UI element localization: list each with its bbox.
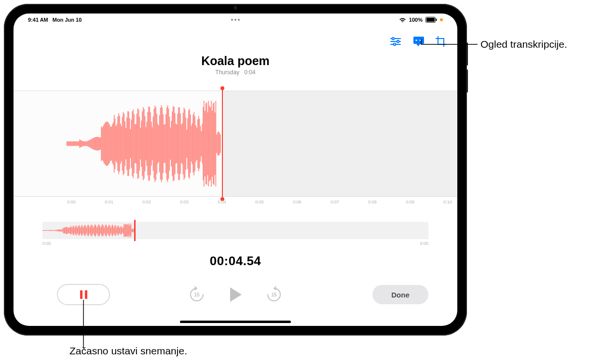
svg-rect-251 (88, 225, 89, 236)
svg-rect-166 (207, 112, 208, 175)
svg-rect-15 (70, 141, 71, 146)
svg-rect-229 (74, 226, 74, 234)
svg-rect-89 (137, 108, 138, 179)
svg-rect-275 (104, 228, 105, 233)
svg-rect-114 (160, 108, 161, 180)
svg-rect-249 (87, 226, 87, 235)
svg-rect-226 (72, 228, 72, 233)
svg-rect-242 (82, 226, 83, 235)
svg-rect-66 (117, 124, 117, 163)
svg-rect-208 (60, 229, 61, 232)
svg-rect-132 (177, 124, 177, 163)
svg-rect-210 (61, 229, 62, 231)
svg-rect-26 (80, 140, 81, 147)
svg-rect-267 (99, 224, 99, 236)
svg-rect-137 (181, 124, 181, 163)
waveform-empty-region (222, 91, 457, 196)
svg-rect-103 (150, 112, 151, 175)
tick-7: 0:07 (330, 200, 339, 204)
svg-rect-293 (116, 226, 116, 235)
skip-back-15-icon[interactable]: 15 (189, 286, 205, 303)
recording-header: Koala poem Thursday 0:04 (14, 54, 457, 76)
svg-rect-81 (130, 129, 131, 158)
svg-text:15: 15 (194, 292, 200, 297)
svg-rect-225 (71, 227, 72, 234)
svg-rect-12 (68, 141, 68, 146)
volume-up-btn (466, 42, 468, 66)
svg-rect-244 (84, 227, 84, 235)
svg-rect-154 (196, 128, 197, 160)
home-indicator[interactable] (180, 321, 291, 323)
tick-3: 0:03 (180, 200, 189, 204)
svg-rect-120 (165, 114, 166, 174)
svg-rect-311 (127, 225, 128, 236)
svg-rect-288 (112, 225, 113, 236)
svg-rect-115 (161, 105, 162, 182)
svg-rect-139 (183, 113, 183, 175)
pause-button[interactable] (57, 284, 110, 305)
waveform-main[interactable] (14, 91, 457, 197)
trim-icon[interactable] (435, 36, 447, 47)
multitask-dots[interactable] (231, 19, 240, 21)
svg-rect-291 (114, 226, 115, 235)
svg-rect-167 (208, 101, 209, 187)
svg-rect-306 (124, 225, 125, 236)
svg-rect-239 (81, 228, 81, 233)
svg-rect-42 (95, 137, 95, 150)
svg-rect-252 (89, 227, 89, 235)
svg-text:15: 15 (271, 292, 277, 297)
svg-rect-118 (164, 124, 164, 162)
svg-rect-193 (50, 230, 51, 231)
svg-rect-180 (220, 135, 220, 153)
playhead-overview[interactable] (134, 220, 136, 241)
svg-rect-27 (81, 140, 82, 147)
svg-rect-189 (48, 230, 48, 231)
svg-rect-197 (53, 230, 54, 231)
waveform-overview[interactable] (42, 222, 428, 239)
overview-time-labels: 0:00 0:05 (42, 241, 428, 246)
svg-rect-109 (156, 107, 156, 180)
svg-rect-75 (125, 121, 125, 166)
svg-rect-99 (147, 121, 147, 166)
svg-rect-147 (190, 114, 191, 173)
svg-rect-36 (89, 140, 90, 147)
playhead-main[interactable] (222, 88, 223, 199)
svg-rect-305 (123, 224, 124, 237)
svg-rect-221 (69, 228, 69, 233)
svg-rect-142 (186, 118, 186, 170)
playback-settings-icon[interactable] (390, 37, 401, 46)
svg-rect-43 (96, 137, 96, 150)
svg-rect-95 (143, 107, 143, 180)
skip-forward-15-icon[interactable]: 15 (266, 286, 282, 303)
svg-rect-101 (148, 107, 149, 181)
svg-rect-216 (66, 227, 66, 234)
svg-rect-80 (129, 118, 130, 169)
svg-rect-198 (54, 230, 54, 231)
svg-rect-265 (97, 226, 98, 235)
svg-rect-257 (92, 226, 93, 235)
svg-rect-284 (110, 226, 110, 235)
svg-rect-38 (91, 139, 92, 148)
svg-rect-123 (168, 108, 169, 179)
svg-rect-135 (179, 107, 179, 180)
svg-rect-50 (102, 128, 102, 160)
svg-rect-130 (175, 113, 175, 174)
svg-rect-240 (81, 226, 82, 235)
center-transport: 15 15 (189, 286, 282, 303)
svg-rect-238 (80, 227, 80, 234)
done-button[interactable]: Done (372, 285, 428, 304)
svg-rect-1 (426, 18, 435, 22)
play-icon[interactable] (228, 286, 243, 303)
svg-rect-31 (85, 141, 85, 146)
recording-title[interactable]: Koala poem (14, 54, 457, 68)
svg-point-10 (419, 40, 421, 41)
svg-rect-151 (194, 112, 194, 175)
transcription-icon[interactable] (412, 36, 425, 47)
svg-rect-313 (129, 226, 129, 235)
svg-rect-246 (85, 225, 85, 236)
svg-rect-83 (132, 111, 133, 176)
pause-icon (85, 290, 87, 299)
svg-rect-175 (216, 101, 216, 187)
svg-rect-190 (48, 230, 49, 231)
svg-rect-82 (131, 120, 132, 168)
